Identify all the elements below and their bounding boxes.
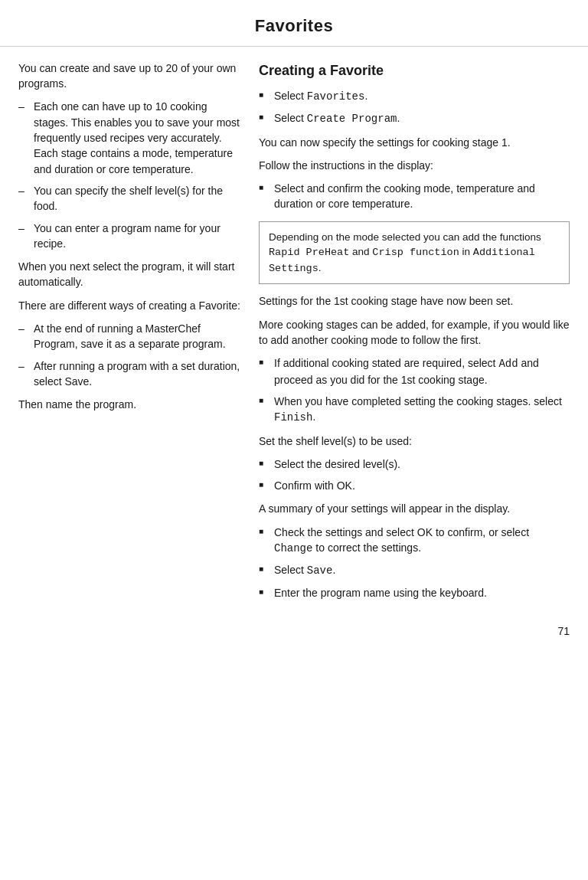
right-bullet-list-2: Select and confirm the cooking mode, tem… [259,181,570,212]
list-item: Select the desired level(s). [259,456,570,472]
right-bullet-list-4: Select the desired level(s). Confirm wit… [259,456,570,494]
left-dash-list-1: Each one can have up to 10 cooking stage… [18,99,240,251]
right-para-6: A summary of your settings will appear i… [259,501,570,516]
right-para-2: Follow the instructions in the display: [259,158,570,173]
list-item: You can specify the shelf level(s) for t… [18,183,240,214]
list-item: After running a program with a set durat… [18,358,240,390]
inline-code: Change [274,542,312,554]
right-bullet-list-5: Check the settings and select OK to conf… [259,525,570,600]
list-item: Each one can have up to 10 cooking stage… [18,99,240,176]
list-item: Confirm with OK. [259,478,570,493]
list-item: Check the settings and select OK to conf… [259,525,570,557]
left-column: You can create and save up to 20 of your… [18,61,240,608]
inline-code: Crisp function [372,247,459,258]
right-column: Creating a Favorite Select Favorites. Se… [259,61,570,608]
left-final-para: Then name the program. [18,397,240,412]
left-intro: You can create and save up to 20 of your… [18,61,240,92]
inline-code: Rapid PreHeat [269,247,349,258]
right-para-4: More cooking stages can be added, for ex… [259,317,570,348]
left-dash-list-2: At the end of running a MasterChef Progr… [18,321,240,389]
inline-code: Save [307,564,333,577]
list-item: Select Create Program. [259,110,570,126]
left-para-2: There are different ways of creating a F… [18,298,240,313]
list-item: When you have completed setting the cook… [259,394,570,426]
info-box: Depending on the mode selected you can a… [259,221,570,285]
section-title: Creating a Favorite [259,61,570,80]
right-para-1: You can now specify the settings for coo… [259,135,570,150]
right-para-3: Settings for the 1st cooking stage have … [259,293,570,309]
list-item: Select Favorites. [259,88,570,104]
inline-code: Add [498,358,518,370]
left-para-1: When you next select the program, it wil… [18,259,240,290]
list-item: Enter the program name using the keyboar… [259,585,570,600]
page-number: 71 [0,608,588,646]
content-wrapper: You can create and save up to 20 of your… [0,61,588,608]
right-para-5: Set the shelf level(s) to be used: [259,433,570,449]
inline-code: Create Program [307,113,397,125]
list-item: At the end of running a MasterChef Progr… [18,321,240,352]
right-bullet-list-3: If additional cooking stated are require… [259,355,570,425]
list-item: You can enter a program name for your re… [18,221,240,252]
right-bullet-list-1: Select Favorites. Select Create Program. [259,88,570,127]
inline-code: Favorites [307,90,365,103]
page-title: Favorites [0,14,588,38]
list-item: If additional cooking stated are require… [259,355,570,388]
list-item: Select Save. [259,562,570,578]
inline-code: Finish [274,411,312,424]
page-header: Favorites [0,0,588,47]
list-item: Select and confirm the cooking mode, tem… [259,181,570,212]
